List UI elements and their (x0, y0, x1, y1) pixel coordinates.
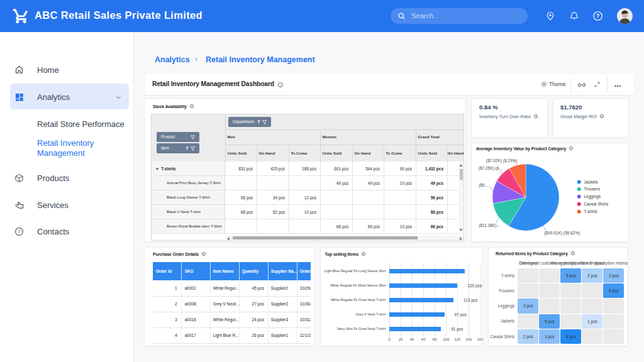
svg-text:($49.61K) (58.62%): ($49.61K) (58.62%) (544, 231, 580, 236)
svg-text:Trousers: Trousers (584, 187, 601, 191)
svg-text:($11.38K)...: ($11.38K)... (479, 223, 500, 228)
svg-text:?: ? (18, 229, 21, 234)
svg-text:T-shirts: T-shirts (584, 209, 598, 214)
svg-text:Leggings: Leggings (584, 194, 601, 199)
svg-text:Jackets: Jackets (584, 180, 599, 184)
svg-text:($9...: ($9... (479, 183, 488, 188)
svg-text:Causal Shirts: Causal Shirts (584, 202, 609, 206)
svg-text:($7.02K) (8.29%): ($7.02K) (8.29%) (486, 158, 518, 163)
svg-text:($7.25K) (8...: ($7.25K) (8... (479, 166, 502, 171)
svg-text:?: ? (596, 13, 599, 19)
